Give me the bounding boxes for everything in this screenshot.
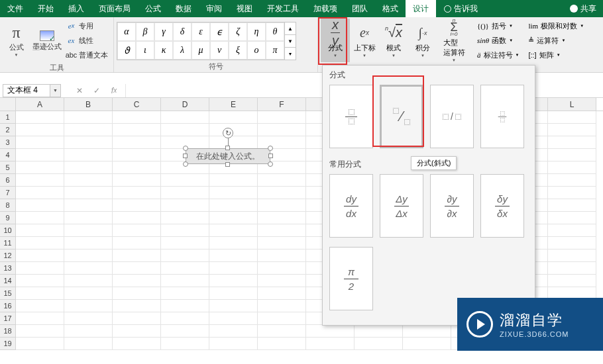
equation-object[interactable]: 在此处键入公式。 [186, 148, 270, 164]
symbol-cell[interactable]: ο [247, 41, 266, 60]
bracket-button[interactable]: {()} 括号 ▼ [474, 19, 521, 33]
cell[interactable] [16, 136, 64, 149]
cell[interactable] [113, 161, 161, 174]
cell[interactable] [113, 300, 161, 312]
resize-handle[interactable] [225, 146, 230, 150]
cell[interactable] [64, 199, 113, 212]
cell[interactable] [209, 250, 258, 262]
tab-insert[interactable]: 插入 [61, 0, 91, 17]
cell[interactable] [64, 124, 113, 136]
cell[interactable] [161, 212, 209, 224]
cell[interactable] [161, 199, 209, 212]
cell[interactable] [64, 111, 113, 124]
cell[interactable] [258, 136, 306, 149]
cell[interactable] [548, 161, 596, 174]
cell[interactable] [16, 111, 64, 124]
cell[interactable] [113, 149, 161, 161]
row-header[interactable]: 18 [0, 325, 16, 338]
cell[interactable] [209, 325, 258, 338]
rotate-handle[interactable] [223, 128, 233, 138]
symbol-expand[interactable]: ▾ [285, 48, 296, 60]
column-header[interactable]: B [64, 98, 113, 111]
cell[interactable] [258, 262, 306, 275]
cell[interactable] [548, 212, 596, 224]
tab-data[interactable]: 数据 [168, 0, 199, 17]
symbol-gallery[interactable]: αβγδεϵζηθϑικλμνξοπ [117, 22, 285, 60]
cell[interactable] [209, 287, 258, 300]
name-box-dropdown[interactable]: ▼ [50, 85, 60, 97]
row-header[interactable]: 1 [0, 111, 16, 124]
cell[interactable] [113, 224, 161, 237]
select-all-corner[interactable] [0, 98, 16, 111]
symbol-cell[interactable]: ε [192, 23, 210, 41]
resize-handle[interactable] [183, 154, 188, 158]
resize-handle[interactable] [268, 154, 273, 158]
row-header[interactable]: 14 [0, 275, 16, 287]
matrix-button[interactable]: [::] 矩阵 ▼ [525, 48, 586, 62]
row-header[interactable]: 5 [0, 161, 16, 174]
cell[interactable] [355, 325, 403, 338]
symbol-cell[interactable]: η [247, 23, 266, 41]
cell[interactable] [161, 275, 209, 287]
cell[interactable] [113, 199, 161, 212]
common-fraction-tile[interactable]: ΔyΔx [380, 174, 423, 238]
cell[interactable] [64, 287, 113, 300]
cell[interactable] [258, 124, 306, 136]
script-button[interactable]: ex 上下标 ▼ [350, 19, 379, 62]
row-header[interactable]: 4 [0, 149, 16, 161]
cell[interactable] [161, 300, 209, 312]
fraction-linear[interactable]: / [430, 85, 474, 148]
cell[interactable] [209, 174, 258, 187]
cell[interactable] [113, 262, 161, 275]
cell[interactable] [209, 237, 258, 250]
resize-handle[interactable] [268, 146, 273, 151]
cell[interactable] [548, 149, 596, 161]
tab-home[interactable]: 开始 [30, 0, 61, 17]
common-fraction-tile[interactable]: π2 [329, 247, 373, 310]
common-fraction-tile[interactable]: ∂y∂x [430, 174, 474, 238]
cell[interactable] [258, 187, 306, 199]
cell[interactable] [161, 111, 209, 124]
cell[interactable] [16, 187, 64, 199]
cell[interactable] [258, 250, 306, 262]
operator-button[interactable]: ≜ 运算符 ▼ [525, 33, 586, 48]
cell[interactable] [64, 212, 113, 224]
tab-view[interactable]: 视图 [229, 0, 260, 17]
cell[interactable] [258, 300, 306, 312]
cell[interactable] [355, 338, 403, 350]
cell[interactable] [161, 237, 209, 250]
cell[interactable] [548, 262, 596, 275]
column-header[interactable]: A [16, 98, 64, 111]
tab-formulas[interactable]: 公式 [138, 0, 168, 17]
cell[interactable] [64, 338, 113, 350]
cell[interactable] [64, 161, 113, 174]
radical-button[interactable]: n√x 根式 ▼ [379, 19, 408, 62]
row-header[interactable]: 12 [0, 250, 16, 262]
resize-handle[interactable] [183, 146, 188, 151]
cell[interactable] [209, 262, 258, 275]
tab-review[interactable]: 审阅 [199, 0, 229, 17]
cell[interactable] [161, 187, 209, 199]
cell[interactable] [161, 312, 209, 325]
cell[interactable] [209, 111, 258, 124]
cell[interactable] [548, 174, 596, 187]
tell-me[interactable]: 告诉我 [444, 0, 478, 17]
symbol-cell[interactable]: κ [154, 41, 173, 60]
row-header[interactable]: 8 [0, 199, 16, 212]
cell[interactable] [64, 149, 113, 161]
cell[interactable] [548, 124, 596, 136]
cell[interactable] [403, 325, 451, 338]
cell[interactable] [209, 300, 258, 312]
cell[interactable] [209, 338, 258, 350]
tab-addins[interactable]: 加载项 [306, 0, 345, 17]
symbol-scroll-down[interactable]: ▼ [285, 35, 296, 48]
cell[interactable] [548, 224, 596, 237]
cell[interactable] [64, 250, 113, 262]
integral-button[interactable]: ∫-x 积分 ▼ [408, 19, 437, 62]
cell[interactable] [113, 338, 161, 350]
symbol-scroll-up[interactable]: ▲ [285, 23, 296, 35]
cell[interactable] [113, 287, 161, 300]
cancel-formula-button[interactable]: ✕ [71, 84, 88, 97]
name-box[interactable]: 文本框 4 ▼ [3, 84, 61, 97]
row-header[interactable]: 9 [0, 212, 16, 224]
